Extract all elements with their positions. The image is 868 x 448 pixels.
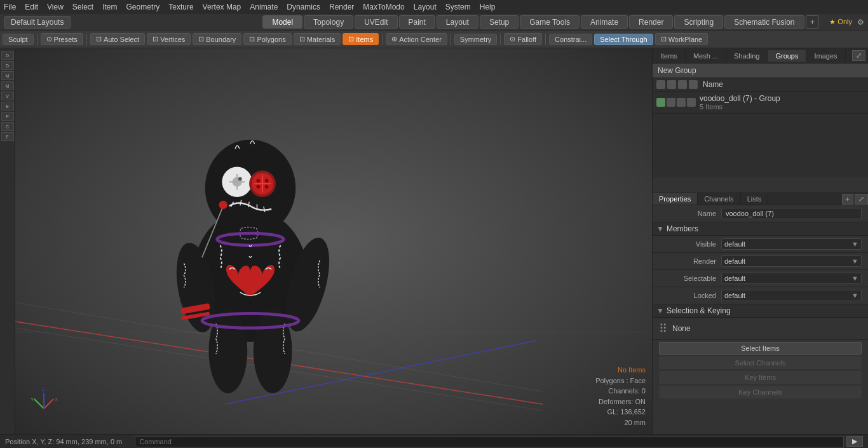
tab-model[interactable]: Model bbox=[262, 15, 302, 29]
render-select[interactable]: default ▼ bbox=[721, 255, 862, 267]
groups-header: Name bbox=[653, 78, 868, 92]
visible-select[interactable]: default ▼ bbox=[721, 238, 862, 250]
channels-stat: Channels: 0 bbox=[595, 386, 646, 397]
polygons-stat: Polygons : Face bbox=[595, 376, 646, 386]
selectable-value: default bbox=[724, 275, 745, 282]
deformers-stat: Deformers: ON bbox=[595, 397, 646, 407]
tab-items[interactable]: Items bbox=[653, 50, 686, 62]
items-btn[interactable]: ⊡ Items bbox=[342, 33, 379, 45]
tab-topology[interactable]: Topology bbox=[304, 15, 353, 29]
tab-paint[interactable]: Paint bbox=[399, 15, 435, 29]
no-items-label: No Items bbox=[595, 365, 646, 376]
auto-select-btn[interactable]: ⊡ Auto Select bbox=[90, 33, 145, 45]
group-row-voodoo[interactable]: voodoo_doll (7) - Group 5 Items bbox=[653, 92, 868, 114]
menu-layout[interactable]: Layout bbox=[414, 3, 437, 11]
tab-render[interactable]: Render bbox=[629, 15, 673, 29]
work-plane-btn[interactable]: ⊡ WorkPlane bbox=[655, 33, 709, 45]
settings-icon[interactable]: ⚙ bbox=[857, 18, 864, 27]
row-extra1 bbox=[677, 98, 686, 107]
extra-icon2 bbox=[689, 80, 698, 89]
symmetry-btn[interactable]: Symmetry bbox=[454, 34, 498, 45]
menu-texture[interactable]: Texture bbox=[168, 3, 193, 11]
left-tool-6[interactable]: E bbox=[1, 102, 14, 111]
boundary-btn[interactable]: ⊡ Boundary bbox=[193, 33, 241, 45]
left-tool-4[interactable]: M bbox=[1, 81, 14, 90]
tab-images[interactable]: Images bbox=[806, 50, 845, 62]
materials-btn[interactable]: ⊡ Materials bbox=[294, 33, 341, 45]
panel-expand-btn[interactable]: ⤢ bbox=[852, 50, 865, 61]
members-section-header[interactable]: ▼ Members bbox=[653, 222, 868, 236]
group-sub: 5 Items bbox=[700, 103, 780, 111]
selectable-select[interactable]: default ▼ bbox=[721, 273, 862, 284]
left-tool-5[interactable]: V bbox=[1, 92, 14, 100]
sculpt-btn[interactable]: Sculpt bbox=[3, 34, 34, 45]
tab-uvedit[interactable]: UVEdit bbox=[355, 15, 397, 29]
action-center-icon: ⊕ bbox=[391, 35, 397, 43]
polygons-btn[interactable]: ⊡ Polygons bbox=[243, 33, 291, 45]
menu-vertex-map[interactable]: Vertex Map bbox=[203, 3, 241, 11]
render-row-icon bbox=[667, 98, 675, 107]
name-column-header: Name bbox=[703, 80, 723, 89]
axis-indicator: X Y Z bbox=[28, 383, 60, 415]
viewport[interactable]: Perspective Advanced Ray GL: Off bbox=[15, 48, 652, 434]
menu-dynamics[interactable]: Dynamics bbox=[287, 3, 320, 11]
key-channels-btn[interactable]: Key Channels bbox=[659, 386, 862, 398]
menu-animate[interactable]: Animate bbox=[250, 3, 278, 11]
select-channels-btn[interactable]: Select Channels bbox=[659, 356, 862, 369]
props-plus-btn[interactable]: + bbox=[842, 194, 853, 205]
group-name: voodoo_doll (7) - Group bbox=[700, 94, 780, 103]
menu-system[interactable]: System bbox=[445, 3, 471, 11]
props-tab-properties[interactable]: Properties bbox=[653, 193, 698, 205]
tab-layout[interactable]: Layout bbox=[437, 15, 478, 29]
select-items-btn[interactable]: Select Items bbox=[659, 342, 862, 355]
menu-view[interactable]: View bbox=[47, 3, 64, 11]
props-expand-btn[interactable]: ⤢ bbox=[855, 194, 868, 205]
tab-mesh[interactable]: Mesh ... bbox=[686, 50, 726, 62]
menu-maxtomodo[interactable]: MaxToModo bbox=[363, 3, 404, 11]
action-center-btn[interactable]: ⊕ Action Center bbox=[386, 33, 447, 45]
left-tool-8[interactable]: C bbox=[1, 122, 14, 131]
presets-btn[interactable]: ⊙ Presets bbox=[41, 33, 83, 45]
add-workspace-tab[interactable]: + bbox=[806, 15, 820, 29]
left-tool-1[interactable]: D bbox=[1, 51, 14, 60]
tab-shading[interactable]: Shading bbox=[726, 50, 768, 62]
props-tab-lists[interactable]: Lists bbox=[741, 193, 769, 205]
left-tool-7[interactable]: P bbox=[1, 112, 14, 121]
name-label: Name bbox=[659, 210, 716, 217]
locked-select[interactable]: default ▼ bbox=[721, 290, 862, 301]
tab-schematic-fusion[interactable]: Schematic Fusion bbox=[724, 15, 804, 29]
tab-setup[interactable]: Setup bbox=[480, 15, 519, 29]
tab-gametools[interactable]: Game Tools bbox=[520, 15, 580, 29]
constraints-btn[interactable]: Constrai... bbox=[549, 34, 592, 45]
key-items-btn[interactable]: Key Items bbox=[659, 371, 862, 384]
row-icons bbox=[656, 98, 696, 107]
menu-edit[interactable]: Edit bbox=[25, 3, 38, 11]
menu-file[interactable]: File bbox=[4, 3, 16, 11]
menu-item[interactable]: Item bbox=[102, 3, 117, 11]
sel-key-section-header[interactable]: ▼ Selection & Keying bbox=[653, 304, 868, 318]
left-tool-9[interactable]: F bbox=[1, 132, 14, 141]
left-tool-3[interactable]: M bbox=[1, 71, 14, 80]
menu-geometry[interactable]: Geometry bbox=[126, 3, 160, 11]
prop-selectable-row: Selectable default ▼ bbox=[653, 270, 868, 287]
menu-select[interactable]: Select bbox=[72, 3, 93, 11]
new-group-button[interactable]: New Group bbox=[653, 64, 868, 78]
layout-selector[interactable]: Default Layouts bbox=[4, 16, 71, 29]
tab-animate[interactable]: Animate bbox=[581, 15, 628, 29]
menu-render[interactable]: Render bbox=[329, 3, 354, 11]
polygons-icon: ⊡ bbox=[249, 35, 255, 43]
row-extra2 bbox=[687, 98, 696, 107]
falloff-btn[interactable]: ⊙ Falloff bbox=[504, 33, 542, 45]
name-input[interactable] bbox=[721, 208, 862, 219]
props-tab-channels[interactable]: Channels bbox=[698, 193, 740, 205]
vertices-btn[interactable]: ⊡ Vertices bbox=[147, 33, 191, 45]
tab-groups[interactable]: Groups bbox=[768, 50, 806, 62]
command-input[interactable] bbox=[135, 436, 844, 447]
vertices-icon: ⊡ bbox=[153, 35, 158, 43]
command-arrow-btn[interactable]: ▶ bbox=[846, 436, 863, 447]
menu-help[interactable]: Help bbox=[480, 3, 496, 11]
select-through-btn[interactable]: Select Through bbox=[594, 34, 653, 45]
left-tool-2[interactable]: D bbox=[1, 61, 14, 70]
render-icon bbox=[667, 80, 676, 89]
tab-scripting[interactable]: Scripting bbox=[674, 15, 723, 29]
